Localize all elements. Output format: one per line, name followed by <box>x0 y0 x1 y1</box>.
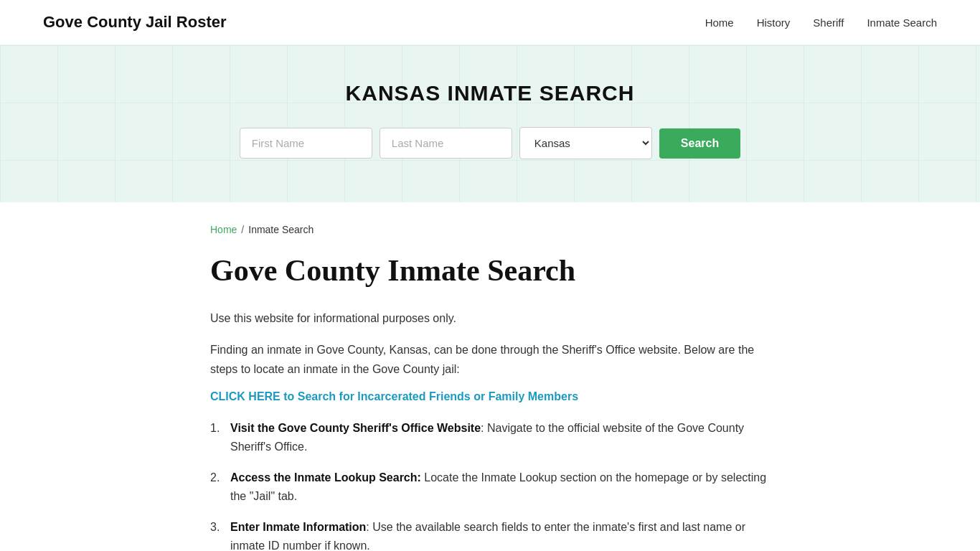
cta-link[interactable]: CLICK HERE to Search for Incarcerated Fr… <box>210 390 578 403</box>
list-item: 3. Enter Inmate Information: Use the ava… <box>210 518 770 551</box>
step-number: 3. <box>210 518 230 537</box>
first-name-input[interactable] <box>240 128 372 159</box>
list-item: 2. Access the Inmate Lookup Search: Loca… <box>210 468 770 505</box>
nav-home[interactable]: Home <box>705 17 734 29</box>
step-bold: Enter Inmate Information <box>230 521 366 533</box>
step-bold: Access the Inmate Lookup Search: <box>230 471 421 484</box>
page-title: Gove County Inmate Search <box>210 253 770 288</box>
step-content: Access the Inmate Lookup Search: Locate … <box>230 468 770 505</box>
step-content: Visit the Gove County Sheriff's Office W… <box>230 419 770 456</box>
hero-section: KANSAS INMATE SEARCH Kansas Alabama Alas… <box>0 45 980 202</box>
last-name-input[interactable] <box>380 128 512 159</box>
step-content: Enter Inmate Information: Use the availa… <box>230 518 770 551</box>
search-form: Kansas Alabama Alaska Arizona Arkansas C… <box>14 127 966 159</box>
nav-history[interactable]: History <box>757 17 791 29</box>
content-paragraph-1: Use this website for informational purpo… <box>210 309 770 328</box>
search-button[interactable]: Search <box>659 128 740 159</box>
breadcrumb: Home / Inmate Search <box>210 224 770 235</box>
breadcrumb-current: Inmate Search <box>248 224 314 235</box>
step-number: 2. <box>210 468 230 487</box>
nav-inmate-search[interactable]: Inmate Search <box>867 17 937 29</box>
steps-list: 1. Visit the Gove County Sheriff's Offic… <box>210 419 770 551</box>
content-paragraph-2: Finding an inmate in Gove County, Kansas… <box>210 340 770 379</box>
step-bold: Visit the Gove County Sheriff's Office W… <box>230 422 481 434</box>
breadcrumb-home[interactable]: Home <box>210 224 237 235</box>
site-title: Gove County Jail Roster <box>43 13 227 32</box>
step-number: 1. <box>210 419 230 438</box>
hero-title: KANSAS INMATE SEARCH <box>14 81 966 105</box>
state-select[interactable]: Kansas Alabama Alaska Arizona Arkansas C… <box>519 127 652 159</box>
main-content: Home / Inmate Search Gove County Inmate … <box>167 202 813 551</box>
nav-sheriff[interactable]: Sheriff <box>813 17 844 29</box>
list-item: 1. Visit the Gove County Sheriff's Offic… <box>210 419 770 456</box>
site-header: Gove County Jail Roster Home History She… <box>0 0 980 45</box>
main-nav: Home History Sheriff Inmate Search <box>705 17 937 29</box>
breadcrumb-separator: / <box>241 224 244 235</box>
